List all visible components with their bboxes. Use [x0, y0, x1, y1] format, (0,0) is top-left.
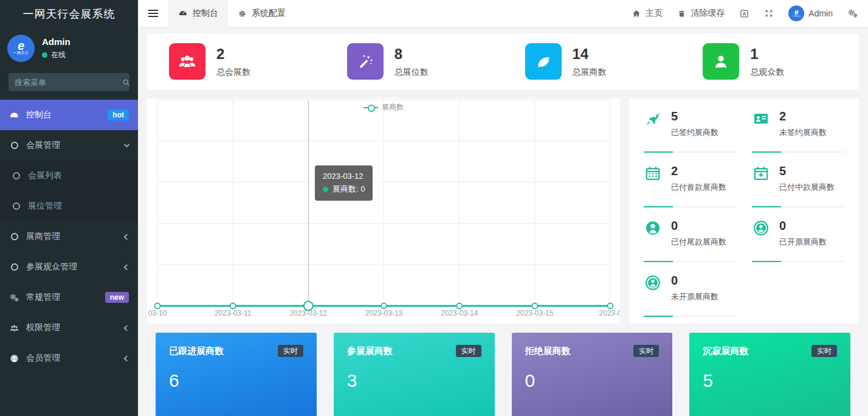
- card-title: 沉寂展商数: [703, 345, 748, 357]
- tab-label: 控制台: [193, 8, 218, 19]
- new-badge: new: [105, 292, 129, 303]
- home-link[interactable]: 主页: [632, 8, 663, 19]
- realtime-badge: 实时: [278, 345, 303, 357]
- x-axis-tick-label: 2023-0: [599, 309, 620, 317]
- sidebar-item-label: 展位管理: [28, 201, 62, 212]
- logo-swoosh-icon: e: [18, 41, 24, 50]
- menu-search-input[interactable]: [15, 78, 122, 87]
- sidebar-item-visitor-mgmt[interactable]: 参展观众管理: [0, 252, 138, 282]
- language-button[interactable]: [739, 9, 749, 19]
- circle-icon: [11, 172, 21, 179]
- sidebar-toggle-button[interactable]: [138, 0, 168, 27]
- user-panel: e 一网天行 Admin 在线: [0, 27, 138, 68]
- topbar: 控制台 系统配置 主页 清除缓存 e 一网天行 Admin: [138, 0, 868, 27]
- tab-system-config[interactable]: 系统配置: [228, 0, 295, 27]
- user-circle-solid-icon: [644, 219, 662, 270]
- logo-mini-text: 一网天行: [791, 15, 801, 18]
- realtime-badge: 实时: [811, 345, 837, 357]
- user-circle-icon: [644, 274, 662, 325]
- sidebar-item-exhibitor-mgmt[interactable]: 展商管理: [0, 221, 138, 252]
- search-button[interactable]: [122, 78, 131, 87]
- metric-label: 已付中款展商数: [779, 182, 835, 193]
- clear-cache-label: 清除缓存: [691, 8, 725, 19]
- topbar-right: 主页 清除缓存 e 一网天行 Admin: [632, 5, 868, 21]
- metric-unsigned: 2 未签约展商数: [752, 106, 844, 161]
- legend-label: 展商数: [382, 102, 404, 113]
- gauge-icon: [9, 110, 19, 120]
- exhibitor-trend-chart[interactable]: 展商数 2023-03-12 展商数: 0 03-102023-03-11202…: [147, 99, 620, 324]
- bottom-cards-row: 已跟进展商数 实时 6 参展展商数 实时 3 拒绝展商数 实时 0 沉寂展商数 …: [156, 333, 850, 416]
- metric-value: 2: [779, 109, 827, 123]
- metric-mid-payment: 5 已付中款展商数: [752, 161, 844, 215]
- metric-divider: [752, 151, 844, 153]
- chevron-left-icon: [124, 325, 130, 331]
- settings-button[interactable]: [847, 8, 858, 19]
- metric-label: 已开票展商数: [779, 237, 827, 248]
- metric-invoiced: 0 已开票展商数: [752, 215, 844, 270]
- stat-value: 8: [394, 46, 429, 63]
- gears-icon: [9, 293, 19, 303]
- metric-value: 0: [779, 219, 827, 233]
- exhibitor-metrics-panel: 5 已签约展商数 2 未签约展商数 2 已付首款展商数 5: [629, 99, 859, 324]
- user-status-label: 在线: [51, 50, 66, 60]
- language-icon: [739, 9, 749, 19]
- sidebar-item-label: 控制台: [26, 109, 52, 120]
- user-circle-icon: [9, 353, 19, 364]
- realtime-badge: 实时: [633, 345, 659, 357]
- admin-label: Admin: [808, 9, 833, 18]
- card-title: 参展展商数: [347, 345, 393, 357]
- chart-legend-item[interactable]: 展商数: [363, 102, 404, 113]
- stat-label: 总展商数: [573, 67, 607, 78]
- sidebar-item-general-mgmt[interactable]: 常规管理 new: [0, 282, 138, 313]
- card-title: 拒绝展商数: [525, 345, 571, 357]
- metric-divider: [644, 261, 736, 262]
- sidebar-item-booth-mgmt[interactable]: 展位管理: [0, 191, 138, 221]
- stat-total-exhibitors: 14 总展商数: [503, 43, 681, 80]
- calendar-plus-icon: [752, 164, 770, 215]
- user-status: 在线: [42, 50, 71, 60]
- users-icon: [9, 323, 19, 333]
- metric-value: 5: [671, 109, 718, 123]
- x-axis-tick-label: 2023-03-14: [441, 309, 478, 317]
- clear-cache-button[interactable]: 清除缓存: [677, 8, 725, 19]
- id-card-icon: [752, 109, 770, 161]
- metric-divider: [752, 261, 844, 262]
- metric-label: 未签约展商数: [779, 127, 827, 138]
- trash-icon: [677, 9, 686, 18]
- metric-label: 已签约展商数: [671, 127, 718, 138]
- user-menu[interactable]: e 一网天行 Admin: [788, 5, 833, 21]
- stat-label: 总观众数: [750, 67, 784, 78]
- app-logo-title[interactable]: 一网天行会展系统: [0, 0, 138, 27]
- card-value: 0: [525, 370, 660, 391]
- sidebar-item-label: 会员管理: [26, 353, 60, 364]
- fullscreen-icon: [764, 9, 774, 18]
- stat-value: 14: [573, 46, 607, 63]
- metric-divider: [644, 316, 736, 317]
- gauge-icon: [178, 9, 188, 18]
- sidebar-item-label: 参展观众管理: [26, 262, 77, 272]
- line-chart-canvas[interactable]: [147, 99, 620, 324]
- stat-total-exhibitions: 2 总会展数: [147, 43, 325, 80]
- metric-value: 0: [671, 274, 718, 288]
- card-title: 已跟进展商数: [169, 345, 224, 357]
- sidebar-item-member-mgmt[interactable]: 会员管理: [0, 343, 138, 373]
- x-axis-tick-label: 2023-03-13: [365, 309, 402, 317]
- sidebar-item-label: 会展管理: [26, 140, 60, 151]
- fullscreen-button[interactable]: [764, 9, 774, 18]
- leaf-icon: [525, 43, 562, 80]
- gear-icon: [238, 9, 247, 18]
- stat-value: 1: [750, 46, 784, 63]
- calendar-icon: [644, 164, 662, 215]
- sidebar-item-label: 权限管理: [26, 322, 60, 333]
- sidebar-item-exhibition-mgmt[interactable]: 会展管理: [0, 130, 138, 161]
- sidebar-item-exhibition-list[interactable]: 会展列表: [0, 161, 138, 191]
- metric-divider: [644, 206, 736, 207]
- circle-icon: [9, 233, 19, 240]
- circle-icon: [9, 142, 19, 149]
- x-axis-tick-label: 2023-03-12: [290, 309, 327, 317]
- metric-signed: 5 已签约展商数: [644, 106, 736, 161]
- sidebar-item-permission-mgmt[interactable]: 权限管理: [0, 313, 138, 343]
- tab-dashboard[interactable]: 控制台: [168, 0, 228, 27]
- sidebar-item-label: 展商管理: [26, 231, 60, 242]
- sidebar-item-dashboard[interactable]: 控制台 hot: [0, 100, 138, 130]
